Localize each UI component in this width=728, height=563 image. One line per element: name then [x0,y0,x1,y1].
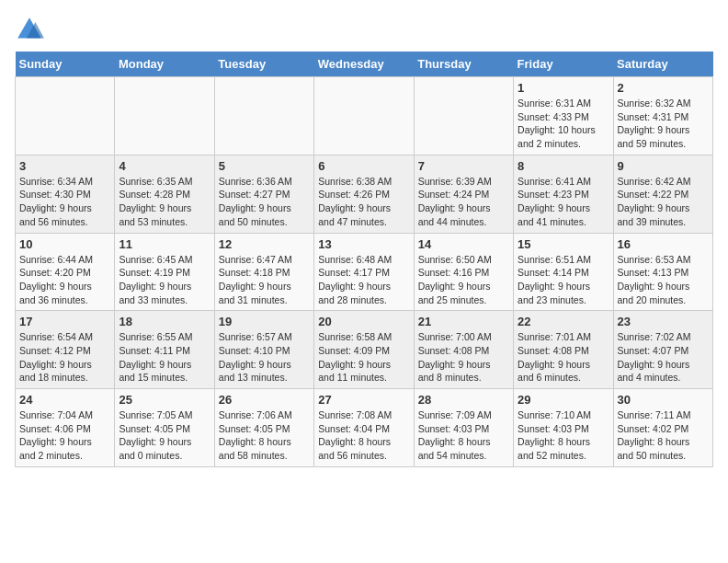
calendar-cell [214,77,313,155]
week-row-1: 3Sunrise: 6:34 AM Sunset: 4:30 PM Daylig… [16,155,713,233]
day-info: Sunrise: 6:53 AM Sunset: 4:13 PM Dayligh… [618,254,691,305]
day-number: 17 [19,315,110,328]
day-number: 21 [418,315,509,328]
day-info: Sunrise: 6:34 AM Sunset: 4:30 PM Dayligh… [19,176,93,227]
week-row-3: 17Sunrise: 6:54 AM Sunset: 4:12 PM Dayli… [16,311,713,389]
day-number: 30 [618,393,709,407]
day-number: 14 [418,237,509,251]
calendar-cell: 1Sunrise: 6:31 AM Sunset: 4:33 PM Daylig… [514,77,613,155]
day-number: 2 [618,81,709,95]
day-number: 24 [19,393,110,407]
day-info: Sunrise: 6:32 AM Sunset: 4:31 PM Dayligh… [618,98,691,149]
day-number: 1 [518,81,609,95]
day-info: Sunrise: 6:36 AM Sunset: 4:27 PM Dayligh… [219,176,292,227]
day-number: 5 [219,159,310,173]
calendar-cell: 21Sunrise: 7:00 AM Sunset: 4:08 PM Dayli… [414,311,513,389]
day-info: Sunrise: 6:51 AM Sunset: 4:14 PM Dayligh… [518,254,591,305]
calendar-cell [115,77,214,155]
day-number: 13 [318,237,409,251]
day-info: Sunrise: 6:57 AM Sunset: 4:10 PM Dayligh… [219,331,292,383]
day-info: Sunrise: 6:45 AM Sunset: 4:19 PM Dayligh… [119,254,192,305]
day-info: Sunrise: 7:10 AM Sunset: 4:03 PM Dayligh… [518,409,591,461]
calendar-cell: 28Sunrise: 7:09 AM Sunset: 4:03 PM Dayli… [414,389,513,467]
day-info: Sunrise: 6:50 AM Sunset: 4:16 PM Dayligh… [418,254,492,305]
calendar-cell: 25Sunrise: 7:05 AM Sunset: 4:05 PM Dayli… [115,389,214,467]
header-row: SundayMondayTuesdayWednesdayThursdayFrid… [16,52,713,77]
day-info: Sunrise: 6:38 AM Sunset: 4:26 PM Dayligh… [318,176,392,227]
day-number: 12 [219,237,310,251]
day-info: Sunrise: 7:00 AM Sunset: 4:08 PM Dayligh… [418,331,492,383]
day-number: 28 [418,393,509,407]
day-number: 9 [618,159,709,173]
day-number: 26 [219,393,310,407]
week-row-2: 10Sunrise: 6:44 AM Sunset: 4:20 PM Dayli… [16,233,713,311]
day-number: 10 [19,237,110,251]
calendar-cell: 30Sunrise: 7:11 AM Sunset: 4:02 PM Dayli… [613,389,712,467]
calendar-cell: 2Sunrise: 6:32 AM Sunset: 4:31 PM Daylig… [613,77,712,155]
page-header [15,15,713,44]
day-info: Sunrise: 6:31 AM Sunset: 4:33 PM Dayligh… [518,98,596,149]
calendar-cell: 26Sunrise: 7:06 AM Sunset: 4:05 PM Dayli… [214,389,313,467]
day-info: Sunrise: 7:01 AM Sunset: 4:08 PM Dayligh… [518,331,591,383]
calendar-table: SundayMondayTuesdayWednesdayThursdayFrid… [15,52,713,467]
day-number: 7 [418,159,509,173]
day-number: 16 [618,237,709,251]
calendar-cell: 8Sunrise: 6:41 AM Sunset: 4:23 PM Daylig… [514,155,613,233]
day-info: Sunrise: 6:55 AM Sunset: 4:11 PM Dayligh… [119,331,192,383]
calendar-cell: 20Sunrise: 6:58 AM Sunset: 4:09 PM Dayli… [314,311,414,389]
day-number: 8 [518,159,609,173]
calendar-cell: 6Sunrise: 6:38 AM Sunset: 4:26 PM Daylig… [314,155,414,233]
calendar-cell: 7Sunrise: 6:39 AM Sunset: 4:24 PM Daylig… [414,155,513,233]
calendar-cell: 27Sunrise: 7:08 AM Sunset: 4:04 PM Dayli… [314,389,414,467]
day-info: Sunrise: 7:02 AM Sunset: 4:07 PM Dayligh… [618,331,691,383]
day-number: 18 [119,315,210,328]
day-info: Sunrise: 7:04 AM Sunset: 4:06 PM Dayligh… [19,409,93,461]
calendar-cell: 16Sunrise: 6:53 AM Sunset: 4:13 PM Dayli… [613,233,712,311]
day-info: Sunrise: 6:44 AM Sunset: 4:20 PM Dayligh… [19,254,93,305]
header-sunday: Sunday [16,52,115,77]
day-number: 4 [119,159,210,173]
day-number: 22 [518,315,609,328]
day-info: Sunrise: 6:58 AM Sunset: 4:09 PM Dayligh… [318,331,392,383]
day-number: 25 [119,393,210,407]
header-thursday: Thursday [414,52,513,77]
day-number: 3 [19,159,110,173]
calendar-cell [16,77,115,155]
day-info: Sunrise: 7:09 AM Sunset: 4:03 PM Dayligh… [418,409,492,461]
day-number: 19 [219,315,310,328]
day-info: Sunrise: 6:39 AM Sunset: 4:24 PM Dayligh… [418,176,492,227]
calendar-cell: 12Sunrise: 6:47 AM Sunset: 4:18 PM Dayli… [214,233,313,311]
calendar-cell: 24Sunrise: 7:04 AM Sunset: 4:06 PM Dayli… [16,389,115,467]
day-info: Sunrise: 6:48 AM Sunset: 4:17 PM Dayligh… [318,254,392,305]
day-info: Sunrise: 6:54 AM Sunset: 4:12 PM Dayligh… [19,331,93,383]
header-saturday: Saturday [613,52,712,77]
calendar-cell: 19Sunrise: 6:57 AM Sunset: 4:10 PM Dayli… [214,311,313,389]
day-number: 15 [518,237,609,251]
day-number: 20 [318,315,409,328]
calendar-cell: 22Sunrise: 7:01 AM Sunset: 4:08 PM Dayli… [514,311,613,389]
calendar-cell: 14Sunrise: 6:50 AM Sunset: 4:16 PM Dayli… [414,233,513,311]
day-info: Sunrise: 6:47 AM Sunset: 4:18 PM Dayligh… [219,254,292,305]
day-info: Sunrise: 7:08 AM Sunset: 4:04 PM Dayligh… [318,409,392,461]
calendar-cell: 18Sunrise: 6:55 AM Sunset: 4:11 PM Dayli… [115,311,214,389]
calendar-cell: 9Sunrise: 6:42 AM Sunset: 4:22 PM Daylig… [613,155,712,233]
week-row-4: 24Sunrise: 7:04 AM Sunset: 4:06 PM Dayli… [16,389,713,467]
day-number: 27 [318,393,409,407]
week-row-0: 1Sunrise: 6:31 AM Sunset: 4:33 PM Daylig… [16,77,713,155]
day-info: Sunrise: 7:06 AM Sunset: 4:05 PM Dayligh… [219,409,292,461]
calendar-cell: 29Sunrise: 7:10 AM Sunset: 4:03 PM Dayli… [514,389,613,467]
day-number: 23 [618,315,709,328]
calendar-cell: 17Sunrise: 6:54 AM Sunset: 4:12 PM Dayli… [16,311,115,389]
header-wednesday: Wednesday [314,52,414,77]
day-info: Sunrise: 7:05 AM Sunset: 4:05 PM Dayligh… [119,409,192,461]
header-friday: Friday [514,52,613,77]
header-monday: Monday [115,52,214,77]
logo [15,15,48,44]
calendar-cell: 3Sunrise: 6:34 AM Sunset: 4:30 PM Daylig… [16,155,115,233]
day-number: 29 [518,393,609,407]
day-info: Sunrise: 6:35 AM Sunset: 4:28 PM Dayligh… [119,176,192,227]
calendar-cell: 13Sunrise: 6:48 AM Sunset: 4:17 PM Dayli… [314,233,414,311]
calendar-cell: 15Sunrise: 6:51 AM Sunset: 4:14 PM Dayli… [514,233,613,311]
header-tuesday: Tuesday [214,52,313,77]
calendar-cell: 11Sunrise: 6:45 AM Sunset: 4:19 PM Dayli… [115,233,214,311]
